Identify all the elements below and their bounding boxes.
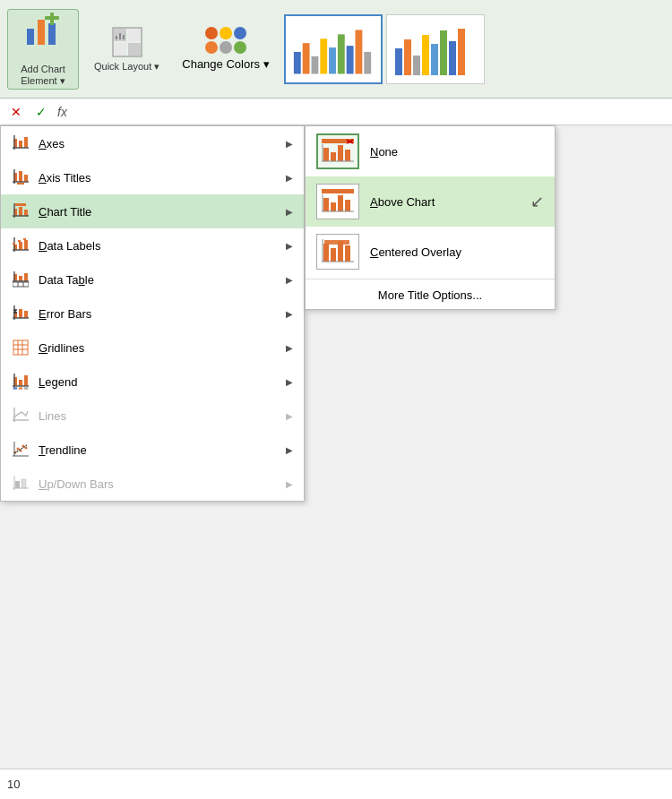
svg-rect-57: [24, 273, 28, 281]
svg-rect-15: [311, 56, 318, 73]
menu-item-axis-titles[interactable]: Axis Titles ▶: [1, 160, 304, 194]
data-labels-label: Data Labels: [39, 239, 277, 253]
svg-rect-109: [323, 198, 329, 211]
svg-rect-64: [19, 309, 22, 318]
svg-rect-82: [13, 388, 17, 390]
svg-rect-48: [19, 242, 22, 250]
svg-rect-37: [24, 175, 28, 182]
error-bars-submenu-arrow: ▶: [286, 309, 293, 319]
svg-rect-32: [24, 137, 28, 148]
above-chart-label: Above Chart: [370, 195, 435, 209]
svg-rect-118: [345, 245, 350, 262]
chart-title-icon: [12, 202, 30, 220]
color-dot-2: [220, 27, 232, 39]
menu-item-trendline[interactable]: Trendline ▶: [1, 433, 304, 467]
svg-rect-23: [404, 39, 411, 75]
change-colors-label: Change Colors ▾: [182, 57, 269, 71]
lines-label: Lines: [39, 409, 277, 423]
svg-rect-105: [345, 150, 350, 161]
svg-rect-95: [15, 481, 20, 488]
change-colors-button[interactable]: Change Colors ▾: [175, 9, 276, 90]
chart-title-submenu-arrow: ▶: [286, 207, 293, 217]
submenu-item-centered-overlay[interactable]: Centered Overlay: [306, 227, 555, 277]
error-bars-label: Error Bars: [39, 307, 277, 321]
svg-rect-115: [323, 244, 329, 262]
submenu-item-above-chart[interactable]: Above Chart ↙: [306, 176, 555, 227]
axis-titles-submenu-arrow: ▶: [286, 173, 293, 183]
more-title-options-button[interactable]: More Title Options...: [306, 281, 555, 309]
svg-rect-12: [123, 35, 125, 39]
data-table-label: Data Table: [39, 273, 277, 287]
trendline-label: Trendline: [39, 443, 277, 457]
trendline-icon: [12, 441, 30, 459]
chart-style-thumb-2[interactable]: [386, 14, 485, 84]
legend-icon: [12, 373, 30, 391]
quick-layout-icon: [110, 25, 144, 59]
svg-rect-26: [431, 44, 438, 75]
svg-rect-4: [45, 16, 59, 20]
svg-rect-19: [346, 46, 353, 73]
svg-rect-53: [18, 240, 21, 242]
svg-rect-21: [364, 51, 371, 73]
svg-rect-17: [329, 47, 336, 73]
confirm-button[interactable]: ✓: [32, 103, 50, 121]
quick-layout-button[interactable]: Quick Layout ▾: [86, 9, 168, 90]
menu-item-legend[interactable]: Legend ▶: [1, 365, 304, 399]
svg-rect-83: [19, 388, 22, 390]
svg-rect-11: [119, 33, 121, 39]
svg-rect-56: [19, 276, 22, 281]
svg-rect-18: [337, 34, 344, 73]
color-dot-6: [234, 41, 246, 54]
menu-item-updown-bars: Up/Down Bars ▶: [1, 467, 304, 501]
color-dot-4: [205, 41, 218, 54]
centered-overlay-icon: [316, 234, 359, 270]
data-table-submenu-arrow: ▶: [286, 275, 293, 285]
svg-rect-40: [17, 183, 24, 185]
chart-title-label: Chart Title: [39, 205, 277, 219]
chart-element-dropdown: Axes ▶ Axis Titles ▶: [0, 125, 305, 502]
menu-item-error-bars[interactable]: Error Bars ▶: [1, 296, 304, 331]
error-bars-icon: [12, 305, 30, 322]
above-chart-icon: [316, 184, 359, 219]
svg-rect-84: [24, 388, 28, 390]
menu-item-chart-title[interactable]: Chart Title ▶: [1, 194, 304, 228]
lines-submenu-arrow: ▶: [286, 411, 293, 421]
svg-rect-121: [324, 240, 349, 245]
svg-rect-29: [458, 29, 465, 75]
gridlines-submenu-arrow: ▶: [286, 343, 293, 353]
submenu-divider: [306, 279, 555, 279]
none-label: None: [370, 145, 398, 159]
more-title-options-label: More Title Options...: [378, 288, 482, 302]
data-labels-icon: [12, 236, 30, 254]
svg-rect-24: [413, 56, 420, 75]
axis-titles-label: Axis Titles: [39, 171, 277, 185]
svg-rect-112: [345, 200, 350, 211]
submenu-item-none[interactable]: None: [306, 126, 555, 176]
svg-rect-96: [22, 479, 26, 488]
color-dots-grid: [205, 27, 246, 54]
svg-rect-52: [13, 243, 15, 245]
menu-item-data-labels[interactable]: Data Labels ▶: [1, 228, 304, 262]
none-chart-icon: [316, 133, 359, 169]
menu-item-gridlines[interactable]: Gridlines ▶: [1, 331, 304, 365]
updown-bars-label: Up/Down Bars: [39, 477, 277, 491]
svg-rect-60: [13, 282, 29, 287]
svg-rect-36: [19, 171, 22, 182]
color-dot-5: [220, 41, 232, 54]
chart-title-submenu: None Above Chart ↙: [305, 125, 556, 310]
svg-rect-65: [24, 311, 28, 318]
cancel-button[interactable]: ✕: [7, 103, 25, 121]
svg-rect-110: [331, 202, 336, 211]
updown-bars-submenu-arrow: ▶: [286, 479, 293, 489]
menu-item-axes[interactable]: Axes ▶: [1, 126, 304, 160]
color-dot-3: [234, 27, 246, 39]
fx-label: fx: [57, 105, 67, 119]
updown-bars-icon: [12, 475, 30, 493]
menu-item-lines: Lines ▶: [1, 399, 304, 433]
menu-item-data-table[interactable]: Data Table ▶: [1, 262, 304, 296]
svg-rect-14: [302, 43, 309, 73]
svg-rect-43: [24, 210, 28, 216]
add-chart-element-button[interactable]: Add Chart Element ▾: [7, 9, 79, 90]
chart-style-thumb-1[interactable]: [284, 14, 383, 84]
svg-rect-102: [323, 148, 329, 161]
